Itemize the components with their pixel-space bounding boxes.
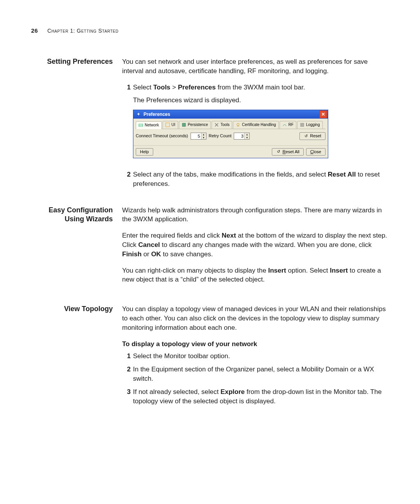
tab-rf[interactable]: RF [280, 121, 296, 129]
reset-all-icon: ↺ [276, 149, 281, 154]
close-icon[interactable]: ✕ [319, 110, 327, 118]
tab-label: Logging [306, 122, 320, 128]
text-fragment: to save changes. [161, 250, 213, 258]
running-header: 26 Chapter 1: Getting Started [31, 27, 389, 34]
connect-timeout-input[interactable] [191, 133, 201, 139]
rf-icon [282, 122, 287, 127]
tab-logging[interactable]: Logging [297, 121, 323, 129]
step-number: 3 [122, 387, 131, 397]
step-result: The Preferences wizard is displayed. [133, 96, 389, 105]
tab-label: Persistence [188, 122, 208, 128]
tab-strip: Network UI [136, 121, 326, 129]
bold-term: Tools [153, 84, 170, 91]
app-icon: ✦ [136, 112, 141, 117]
spinner-up-icon[interactable]: ▲ [245, 133, 249, 136]
svg-rect-2 [166, 123, 170, 127]
text-fragment: to discard any changes made with the wiz… [160, 241, 371, 248]
bold-term: Reset All [328, 171, 356, 178]
step-text: Select the Monitor toolbar option. [133, 352, 389, 361]
step-text: Select any of the tabs, make modificatio… [133, 170, 389, 189]
text-fragment: or [142, 250, 151, 258]
bold-term: Next [222, 232, 236, 239]
bold-term: Cancel [138, 241, 160, 248]
logging-icon [300, 122, 304, 127]
connect-timeout-spinner[interactable]: ▲ ▼ [191, 133, 206, 140]
chapter-title: Chapter 1: Getting Started [47, 28, 119, 34]
network-icon [138, 123, 143, 128]
dialog-separator [133, 145, 328, 146]
text-fragment: If not already selected, select [133, 388, 220, 396]
button-label: Reset [310, 133, 321, 139]
step-text: Select Tools > Preferences from the 3WXM… [133, 83, 389, 92]
bold-term: Finish [122, 250, 142, 258]
help-button[interactable]: Help [136, 148, 153, 156]
side-heading: Setting Preferences [31, 57, 122, 192]
dialog-title-text: Preferences [144, 111, 170, 118]
svg-point-4 [237, 123, 239, 126]
tab-tools[interactable]: Tools [212, 121, 232, 129]
bold-term: Preferences [178, 84, 215, 91]
preferences-dialog: ✦ Preferences ✕ [133, 110, 328, 158]
reset-all-button[interactable]: ↺ Reset All [272, 148, 303, 156]
paragraph: Enter the required fields and click Next… [122, 231, 389, 259]
step-text: If not already selected, select Explore … [133, 387, 389, 406]
tab-persistence[interactable]: Persistence [179, 121, 211, 129]
reset-button[interactable]: ↺ Reset [299, 132, 326, 140]
svg-rect-3 [182, 123, 186, 126]
paragraph: You can display a topology view of manag… [122, 304, 389, 332]
step-number: 2 [122, 170, 131, 179]
spinner-up-icon[interactable]: ▲ [201, 133, 206, 136]
persistence-icon [182, 122, 186, 127]
tab-network[interactable]: Network [136, 121, 162, 129]
side-heading: Easy Configuration Using Wizards [31, 206, 122, 292]
dialog-titlebar: ✦ Preferences ✕ [133, 110, 328, 119]
sub-heading: To display a topology view of your netwo… [122, 340, 389, 349]
connect-timeout-label: Connect Timeout (seconds) [136, 133, 188, 139]
reset-icon: ↺ [304, 134, 308, 138]
certificate-icon [236, 122, 240, 127]
bold-term: Explore [220, 388, 245, 396]
step-number: 1 [122, 83, 131, 92]
retry-count-label: Retry Count [209, 133, 232, 139]
tab-ui[interactable]: UI [163, 121, 178, 129]
text-fragment: Enter the required fields and click [122, 232, 222, 239]
section-view-topology: View Topology You can display a topology… [31, 304, 389, 410]
button-label: Close [310, 149, 321, 155]
text-fragment: > [170, 84, 178, 91]
section-setting-preferences: Setting Preferences You can set network … [31, 57, 389, 192]
tab-label: Network [145, 122, 159, 128]
section-easy-configuration: Easy Configuration Using Wizards Wizards… [31, 206, 389, 292]
tab-label: UI [172, 122, 175, 128]
paragraph: You can right-click on many objects to d… [122, 266, 389, 285]
tab-label: RF [289, 122, 294, 128]
text-fragment: option. Select [286, 267, 330, 274]
tab-certificate-handling[interactable]: Certificate Handling [233, 121, 278, 129]
bold-term: Insert [268, 267, 286, 274]
side-heading: View Topology [31, 304, 122, 410]
tab-label: Certificate Handling [242, 122, 276, 128]
text-fragment: Select any of the tabs, make modificatio… [133, 171, 328, 178]
bold-term: OK [151, 250, 161, 258]
text-fragment: Select [133, 84, 153, 91]
step-number: 2 [122, 365, 131, 374]
paragraph: Wizards help walk administrators through… [122, 206, 389, 224]
tab-label: Tools [220, 122, 229, 128]
button-label: Reset All [282, 149, 299, 155]
step-number: 1 [122, 352, 131, 361]
button-label: Help [140, 149, 149, 155]
bold-term: Insert [330, 267, 348, 274]
page-number: 26 [31, 27, 38, 34]
text-fragment: from the 3WXM main tool bar. [216, 84, 305, 91]
intro-paragraph: You can set network and user interface p… [122, 57, 389, 76]
retry-count-spinner[interactable]: ▲ ▼ [234, 133, 250, 140]
step-text: In the Equipment section of the Organize… [133, 365, 389, 383]
spinner-down-icon[interactable]: ▼ [201, 136, 206, 139]
tools-icon [214, 122, 219, 127]
spinner-down-icon[interactable]: ▼ [245, 136, 249, 139]
close-button[interactable]: Close [306, 148, 326, 156]
retry-count-input[interactable] [234, 133, 244, 139]
text-fragment: You can right-click on many objects to d… [122, 267, 268, 274]
preferences-dialog-figure: ✦ Preferences ✕ [133, 110, 389, 158]
ui-icon [165, 122, 170, 127]
